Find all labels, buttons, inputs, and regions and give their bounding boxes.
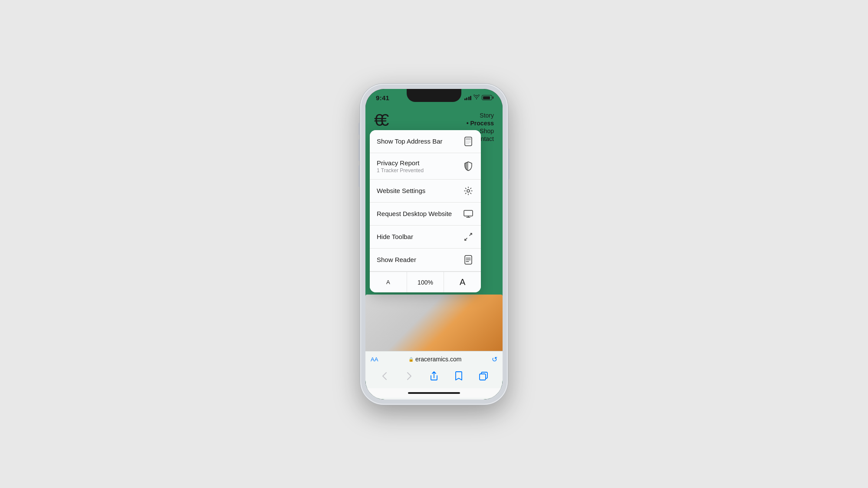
volume-up-button[interactable] (358, 139, 360, 161)
navigation-bar (365, 366, 503, 388)
reload-button[interactable]: ↺ (492, 355, 497, 364)
bottom-bar: AA 🔒 eraceramics.com ↺ (365, 351, 503, 400)
notch (407, 89, 461, 102)
font-large-label: A (460, 277, 465, 287)
menu-item-show-reader[interactable]: Show Reader (370, 249, 481, 272)
reader-icon (463, 254, 474, 265)
status-icons (464, 95, 493, 101)
hero-area (365, 295, 503, 351)
privacy-report-label: Privacy Report (377, 159, 424, 167)
wifi-icon (473, 95, 480, 101)
menu-item-show-top-address-bar-content: Show Top Address Bar (377, 137, 442, 146)
menu-item-privacy-report[interactable]: Privacy Report 1 Tracker Prevented (370, 153, 481, 180)
menu-item-process[interactable]: Process (467, 120, 494, 127)
volume-down-button[interactable] (358, 165, 360, 187)
status-time: 9:41 (376, 94, 389, 102)
signal-bar-2 (466, 98, 467, 100)
hide-toolbar-label: Hide Toolbar (377, 233, 413, 241)
menu-item-hide-toolbar[interactable]: Hide Toolbar (370, 226, 481, 249)
hero-image (365, 295, 503, 351)
lock-icon: 🔒 (408, 357, 414, 362)
show-top-address-bar-label: Show Top Address Bar (377, 137, 442, 146)
font-percent-value: 100% (418, 279, 433, 286)
menu-item-request-desktop-content: Request Desktop Website (377, 210, 452, 218)
svg-rect-6 (464, 210, 473, 216)
address-bar: AA 🔒 eraceramics.com ↺ (365, 353, 503, 366)
font-small-label: A (386, 279, 390, 285)
screen-content: 9:41 (365, 89, 503, 400)
address-bar-icon (463, 136, 474, 147)
menu-item-shop[interactable]: Shop (480, 128, 494, 134)
tabs-button[interactable] (476, 368, 491, 384)
menu-item-privacy-report-content: Privacy Report 1 Tracker Prevented (377, 159, 424, 174)
power-button[interactable] (508, 149, 510, 179)
home-bar (408, 392, 460, 394)
share-button[interactable] (426, 368, 442, 384)
phone-screen: 9:41 (365, 89, 503, 400)
menu-item-show-top-address-bar[interactable]: Show Top Address Bar (370, 130, 481, 153)
request-desktop-label: Request Desktop Website (377, 210, 452, 218)
menu-item-website-settings[interactable]: Website Settings (370, 180, 481, 203)
bookmarks-button[interactable] (451, 368, 467, 384)
signal-bar-4 (470, 96, 471, 100)
menu-item-hide-toolbar-content: Hide Toolbar (377, 233, 413, 241)
svg-point-5 (467, 190, 470, 192)
privacy-report-subtitle: 1 Tracker Prevented (377, 167, 424, 174)
menu-item-website-settings-content: Website Settings (377, 187, 425, 195)
signal-bar-3 (468, 97, 470, 100)
url-text[interactable]: eraceramics.com (415, 356, 462, 363)
desktop-icon (463, 208, 474, 219)
url-display: 🔒 eraceramics.com (408, 356, 462, 363)
menu-item-show-reader-content: Show Reader (377, 255, 416, 264)
font-percent-display: 100% (407, 272, 444, 292)
home-indicator (365, 388, 503, 398)
svg-rect-11 (480, 374, 486, 380)
logo-symbol: €€ (374, 112, 385, 128)
forward-button[interactable] (401, 368, 417, 384)
site-logo: €€ (374, 112, 385, 128)
website-settings-label: Website Settings (377, 187, 425, 195)
phone-frame: 9:41 (360, 84, 508, 405)
menu-item-request-desktop[interactable]: Request Desktop Website (370, 203, 481, 226)
show-reader-label: Show Reader (377, 255, 416, 264)
battery-icon (482, 95, 492, 100)
website-content: €€ Story Process Shop Contact (365, 104, 503, 351)
signal-bar-1 (464, 98, 466, 100)
settings-icon (463, 185, 474, 197)
svg-rect-1 (466, 138, 471, 140)
aa-button[interactable]: AA (371, 356, 378, 363)
shield-icon (463, 160, 474, 172)
arrows-icon (463, 231, 474, 242)
signal-icon (464, 95, 472, 100)
font-decrease-button[interactable]: A (370, 272, 407, 292)
back-button[interactable] (377, 368, 392, 384)
volume-silent-button[interactable] (358, 123, 360, 135)
dropdown-menu: Show Top Address Bar (370, 130, 481, 293)
font-increase-button[interactable]: A (444, 272, 481, 292)
menu-item-story[interactable]: Story (480, 112, 494, 119)
battery-fill (483, 96, 490, 99)
font-size-row: A 100% A (370, 272, 481, 292)
